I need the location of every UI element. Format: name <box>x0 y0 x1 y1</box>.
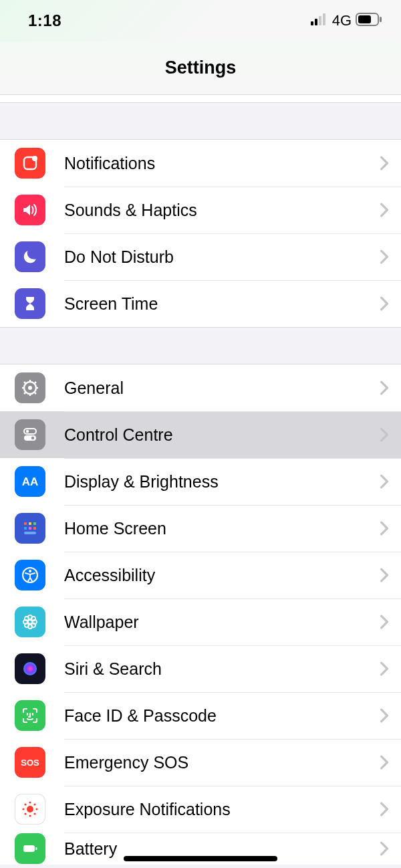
svg-text:AA: AA <box>22 475 39 488</box>
chevron-right-icon <box>380 661 389 676</box>
svg-point-49 <box>22 808 24 810</box>
row-home-screen[interactable]: Home Screen <box>0 505 401 552</box>
row-label: Siri & Search <box>64 659 380 679</box>
row-label: Wallpaper <box>64 613 380 632</box>
row-label: Exposure Notifications <box>64 800 380 819</box>
home-indicator[interactable] <box>124 856 277 861</box>
apps-grid-icon <box>15 513 45 544</box>
status-bar: 1:18 4G <box>0 0 401 41</box>
row-general[interactable]: General <box>0 364 401 411</box>
row-sounds[interactable]: Sounds & Haptics <box>0 187 401 233</box>
row-siri[interactable]: Siri & Search <box>0 645 401 692</box>
svg-rect-26 <box>33 522 36 525</box>
battery-icon <box>15 833 45 864</box>
row-sos[interactable]: SOS Emergency SOS <box>0 739 401 786</box>
svg-rect-19 <box>24 429 36 434</box>
group-separator <box>0 103 401 139</box>
settings-group-2: General Control Centre AA Display & Brig… <box>0 364 401 865</box>
row-display[interactable]: AA Display & Brightness <box>0 458 401 505</box>
row-label: Screen Time <box>64 294 380 314</box>
svg-point-20 <box>26 430 29 433</box>
row-dnd[interactable]: Do Not Disturb <box>0 233 401 280</box>
row-label: Control Centre <box>64 425 380 445</box>
battery-status-icon <box>356 13 382 29</box>
notifications-icon <box>15 148 45 179</box>
gear-icon <box>15 372 45 403</box>
row-screentime[interactable]: Screen Time <box>0 280 401 327</box>
chevron-right-icon <box>380 156 389 171</box>
svg-point-48 <box>29 815 31 817</box>
row-accessibility[interactable]: Accessibility <box>0 552 401 599</box>
svg-rect-27 <box>24 527 27 530</box>
faceid-icon <box>15 700 45 731</box>
svg-line-15 <box>24 382 26 384</box>
svg-rect-28 <box>29 527 31 530</box>
svg-rect-2 <box>319 16 321 25</box>
settings-group-1: Notifications Sounds & Haptics Do Not Di… <box>0 139 401 328</box>
svg-point-51 <box>24 803 26 805</box>
svg-point-47 <box>29 801 31 803</box>
status-right: 4G <box>311 12 382 29</box>
row-label: Accessibility <box>64 566 380 585</box>
row-faceid[interactable]: Face ID & Passcode <box>0 692 401 739</box>
status-time: 1:18 <box>28 11 61 30</box>
svg-point-53 <box>24 812 26 815</box>
chevron-right-icon <box>380 249 389 264</box>
svg-rect-3 <box>323 13 325 25</box>
svg-line-18 <box>24 392 26 394</box>
moon-icon <box>15 241 45 272</box>
svg-point-54 <box>33 812 35 815</box>
chevron-right-icon <box>380 708 389 723</box>
row-label: Face ID & Passcode <box>64 706 380 726</box>
svg-rect-29 <box>33 527 36 530</box>
svg-rect-5 <box>358 15 371 23</box>
row-label: Display & Brightness <box>64 472 380 492</box>
svg-rect-1 <box>315 19 317 25</box>
svg-point-52 <box>33 803 35 805</box>
nav-header: Settings <box>0 41 401 95</box>
chevron-right-icon <box>380 381 389 395</box>
group-separator <box>0 328 401 364</box>
row-control-centre[interactable]: Control Centre <box>0 411 401 458</box>
row-exposure[interactable]: Exposure Notifications <box>0 786 401 833</box>
aa-icon: AA <box>15 466 45 497</box>
svg-rect-21 <box>24 435 36 441</box>
svg-point-42 <box>23 662 37 675</box>
row-label: Notifications <box>64 154 380 173</box>
chevron-right-icon <box>380 203 389 217</box>
accessibility-icon <box>15 560 45 590</box>
svg-rect-24 <box>24 522 27 525</box>
chevron-right-icon <box>380 615 389 629</box>
chevron-right-icon <box>380 755 389 770</box>
exposure-icon <box>15 794 45 825</box>
flower-icon <box>15 607 45 637</box>
chevron-right-icon <box>380 802 389 817</box>
svg-point-46 <box>27 806 33 812</box>
row-notifications[interactable]: Notifications <box>0 140 401 187</box>
speaker-icon <box>15 195 45 225</box>
svg-line-16 <box>34 392 36 394</box>
chevron-right-icon <box>380 427 389 442</box>
chevron-right-icon <box>380 474 389 489</box>
svg-rect-56 <box>35 847 37 850</box>
network-label: 4G <box>332 12 352 29</box>
svg-line-17 <box>34 382 36 384</box>
cellular-signal-icon <box>311 13 328 28</box>
row-wallpaper[interactable]: Wallpaper <box>0 599 401 645</box>
svg-point-50 <box>35 808 37 810</box>
hourglass-icon <box>15 288 45 319</box>
toggles-icon <box>15 419 45 450</box>
siri-icon <box>15 653 45 684</box>
svg-rect-6 <box>380 17 382 22</box>
svg-rect-55 <box>23 845 35 852</box>
svg-point-32 <box>29 570 31 572</box>
svg-point-33 <box>28 620 32 624</box>
svg-rect-0 <box>311 21 313 25</box>
svg-point-8 <box>32 156 37 161</box>
svg-point-22 <box>31 437 34 439</box>
row-label: Sounds & Haptics <box>64 201 380 220</box>
row-label: Emergency SOS <box>64 753 380 772</box>
row-label: General <box>64 378 380 398</box>
chevron-right-icon <box>380 521 389 536</box>
svg-rect-30 <box>24 532 36 534</box>
